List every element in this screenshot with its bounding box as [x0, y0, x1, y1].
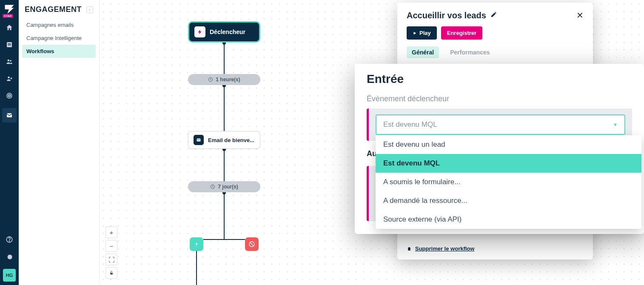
zoom-controls: + − ⛶: [105, 226, 117, 279]
mail-icon: [194, 135, 204, 145]
branch-yes-button[interactable]: [190, 237, 203, 251]
dropdown-option[interactable]: Est devenu un lead: [376, 135, 641, 154]
gear-icon[interactable]: [5, 252, 14, 261]
svg-rect-2: [8, 45, 11, 46]
tab-general[interactable]: Général: [407, 46, 439, 58]
bolt-icon: [194, 26, 205, 37]
connector: [224, 85, 225, 131]
delete-workflow-link[interactable]: Supprimer le workflow: [407, 245, 584, 252]
delay-label: 7 jour(s): [218, 184, 238, 190]
sidebar-item-workflows[interactable]: Workflows: [22, 45, 96, 58]
connector: [224, 192, 225, 239]
mail-icon[interactable]: [2, 108, 17, 123]
node-email-label: Email de bienve...: [208, 137, 254, 143]
svg-point-5: [8, 77, 10, 79]
node-trigger-label: Déclencheur: [210, 28, 245, 35]
fit-button[interactable]: ⛶: [105, 254, 117, 265]
trigger-dropdown: Est devenu un lead Est devenu MQL A soum…: [376, 135, 641, 229]
connector: [224, 43, 225, 74]
node-delay-2[interactable]: 7 jour(s): [188, 181, 260, 192]
engagement-sidebar: ENGAGEMENT ‹ Campagnes emails Campagne I…: [19, 0, 100, 285]
sidebar-item-campagne-intelligente[interactable]: Campagne Intelligente: [22, 31, 96, 45]
svg-rect-17: [110, 273, 113, 275]
play-icon: [413, 31, 417, 35]
dropdown-option[interactable]: Source externe (via API): [376, 210, 641, 229]
play-button[interactable]: Play: [407, 26, 437, 40]
zoom-in-button[interactable]: +: [105, 226, 117, 238]
trigger-select[interactable]: Est devenu MQL ▼: [376, 114, 625, 135]
app-logo[interactable]: STAR: [3, 3, 15, 15]
svg-point-11: [9, 241, 9, 241]
branch-no-button[interactable]: [245, 237, 259, 251]
svg-point-3: [8, 60, 10, 62]
entry-popover: Entrée Évènement déclencheur Est devenu …: [355, 64, 644, 234]
trigger-event-label: Évènement déclencheur: [367, 94, 632, 103]
connector: [224, 149, 225, 181]
dropdown-option[interactable]: A soumis le formulaire...: [376, 173, 641, 191]
add-user-icon[interactable]: [5, 74, 14, 83]
target-icon[interactable]: [5, 91, 14, 100]
home-icon[interactable]: [5, 23, 14, 32]
branch-line: [203, 239, 225, 240]
lock-button[interactable]: [105, 267, 117, 279]
collapse-sidebar-icon[interactable]: ‹: [86, 6, 93, 13]
chevron-down-icon: ▼: [613, 122, 618, 127]
sidebar-title: ENGAGEMENT ‹: [22, 5, 96, 18]
list-icon[interactable]: [5, 40, 14, 49]
select-value: Est devenu MQL: [383, 120, 437, 129]
dropdown-option[interactable]: Est devenu MQL: [376, 154, 641, 173]
panel-title: Accueillir vos leads: [407, 11, 486, 20]
svg-rect-1: [8, 43, 11, 44]
sidebar-item-campagnes-emails[interactable]: Campagnes emails: [22, 18, 96, 31]
group-icon[interactable]: [5, 57, 14, 66]
clock-icon: [208, 77, 213, 82]
popover-title: Entrée: [367, 72, 632, 86]
trash-icon: [407, 246, 412, 251]
node-delay-1[interactable]: 1 heure(s): [188, 74, 260, 85]
close-icon[interactable]: ✕: [576, 10, 584, 20]
branch-line: [225, 239, 245, 240]
star-badge: STAR: [3, 14, 13, 18]
save-button[interactable]: Enregistrer: [441, 26, 482, 40]
app-rail: STAR HG: [0, 0, 19, 285]
svg-point-8: [9, 95, 10, 96]
delay-label: 1 heure(s): [216, 77, 240, 83]
node-trigger[interactable]: Déclencheur: [188, 21, 260, 43]
connector: [196, 251, 197, 285]
user-avatar[interactable]: HG: [3, 269, 16, 282]
node-email[interactable]: Email de bienve...: [188, 131, 260, 149]
svg-point-15: [196, 246, 197, 246]
zoom-out-button[interactable]: −: [105, 240, 117, 252]
tab-performances[interactable]: Performances: [445, 46, 495, 58]
help-icon[interactable]: [5, 235, 14, 244]
clock-icon: [210, 184, 215, 189]
pencil-icon[interactable]: [490, 11, 497, 20]
svg-point-4: [10, 60, 11, 62]
dropdown-option[interactable]: A demandé la ressource...: [376, 191, 641, 210]
